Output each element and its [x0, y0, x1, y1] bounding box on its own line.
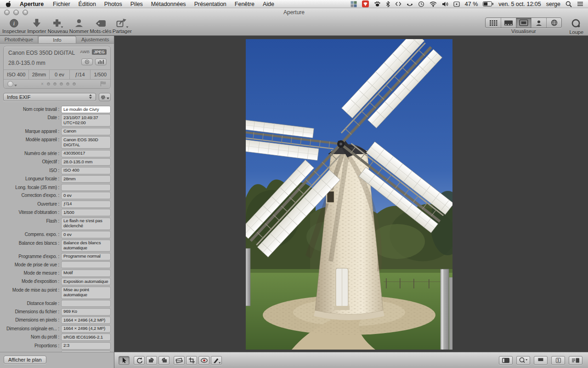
straighten-tool[interactable]: [174, 356, 185, 365]
rating-dot-5[interactable]: [73, 82, 76, 86]
loupe-label: Loupe: [569, 29, 583, 35]
import-button[interactable]: Importer: [26, 17, 47, 34]
metadata-overlay-button[interactable]: [569, 356, 582, 365]
menu-item[interactable]: Piles: [126, 0, 147, 8]
keywords-button[interactable]: Mots-clés: [90, 17, 111, 34]
exif-field-value[interactable]: 0 ev: [61, 231, 111, 238]
focus-points-button[interactable]: [81, 58, 93, 65]
close-button[interactable]: [4, 10, 10, 15]
display-icon[interactable]: [453, 1, 460, 7]
exif-field-value[interactable]: [61, 261, 111, 268]
tab-phototheque[interactable]: Photothèque: [0, 36, 38, 43]
action-gear-button[interactable]: [99, 93, 111, 101]
label-circle-button[interactable]: [7, 81, 13, 87]
exif-field-value[interactable]: 28mm: [61, 175, 111, 183]
segment-faces[interactable]: [531, 18, 546, 28]
new-button[interactable]: Nouveau: [47, 17, 68, 34]
exif-field-value[interactable]: ISO 400: [61, 167, 111, 174]
notification-list-icon[interactable]: [577, 1, 583, 6]
histogram-button[interactable]: [95, 58, 107, 65]
exif-field-value[interactable]: Le moulin de Civry: [61, 106, 111, 113]
primary-only-button[interactable]: 1: [551, 356, 565, 365]
phone-icon[interactable]: [407, 1, 413, 7]
metadata-preset-select[interactable]: Infos EXIF: [3, 93, 96, 101]
photo-windmill[interactable]: [246, 39, 452, 350]
viewer-mode-button[interactable]: [499, 356, 513, 365]
segment-places[interactable]: [546, 18, 561, 28]
rating-dot-3[interactable]: [60, 82, 63, 86]
apple-menu[interactable]: [0, 1, 16, 7]
segment-filmstrip[interactable]: [501, 18, 516, 28]
exif-field-value[interactable]: Canon: [61, 128, 111, 135]
bluetooth-icon[interactable]: [386, 1, 390, 7]
exif-field-value[interactable]: 1/500: [61, 209, 111, 216]
rating-dot-1[interactable]: [47, 82, 50, 86]
exif-field-value[interactable]: Exposition automatique: [61, 278, 111, 285]
flag-filter-button[interactable]: [534, 356, 548, 365]
exif-field-value[interactable]: ƒ/14: [61, 201, 111, 208]
battery-icon[interactable]: [483, 1, 493, 6]
new-label: Nouveau: [48, 29, 68, 34]
camera-stat: ƒ/14: [69, 70, 90, 79]
wifi-icon[interactable]: [430, 1, 437, 7]
rotate-right-tool[interactable]: [158, 356, 170, 365]
exif-field-value[interactable]: Mise au point automatique: [61, 287, 111, 299]
show-map-button[interactable]: Afficher le plan: [4, 356, 46, 364]
exif-field-value[interactable]: [61, 184, 111, 191]
tab-info[interactable]: Info: [38, 36, 77, 43]
exif-field-value[interactable]: Le flash ne s'est pas déclenché: [61, 218, 111, 230]
exif-field-value[interactable]: 1664 × 2496 (4,2 MP): [61, 325, 111, 333]
menu-item[interactable]: Photos: [100, 0, 126, 8]
loupe-control[interactable]: Loupe: [569, 17, 583, 35]
spotlight-search-icon[interactable]: [565, 1, 572, 7]
flag-icon[interactable]: [100, 80, 107, 88]
menu-clock[interactable]: ven. 5 oct. 12:05: [498, 1, 541, 7]
time-machine-icon[interactable]: [418, 1, 424, 7]
minimize-button[interactable]: [13, 10, 19, 15]
tab-ajustements[interactable]: Ajustements: [76, 36, 114, 43]
name-button[interactable]: Nommer: [68, 17, 89, 34]
segment-viewer[interactable]: [516, 18, 531, 28]
segment-browser-grid[interactable]: [486, 18, 501, 28]
rating-dot-4[interactable]: [66, 82, 69, 86]
wifi-diagnostics-icon[interactable]: [362, 0, 369, 7]
exif-field-value[interactable]: sRGB IEC61966-2.1: [61, 334, 111, 341]
rotate-left-tool[interactable]: [146, 356, 157, 365]
volume-icon[interactable]: [442, 1, 448, 7]
exif-field-value[interactable]: 28.0-135.0 mm: [61, 158, 111, 166]
zoom-button[interactable]: [23, 10, 28, 15]
rating-dot-2[interactable]: [53, 82, 57, 86]
rating-clear[interactable]: ×: [41, 81, 44, 86]
exif-field-value[interactable]: Programme normal: [61, 253, 111, 260]
exif-field-value[interactable]: Canon EOS 350D DIGITAL: [61, 136, 111, 149]
menu-item[interactable]: Aide: [259, 0, 278, 8]
selection-tool[interactable]: [119, 356, 130, 365]
share-button[interactable]: Partager: [112, 17, 132, 34]
menu-item[interactable]: Aperture: [16, 0, 49, 8]
exif-field-value[interactable]: 0 ev: [61, 192, 111, 199]
brush-tool[interactable]: [211, 356, 222, 365]
menu-item[interactable]: Métadonnées: [147, 0, 190, 8]
exif-field-value[interactable]: 23/10/07 10:49:37 UTC+02:00: [61, 114, 111, 126]
inspector-button[interactable]: i Inspecteur: [2, 17, 26, 34]
menu-item[interactable]: Édition: [74, 0, 100, 8]
user-menu[interactable]: serge: [546, 1, 560, 7]
rotate-tool[interactable]: [134, 356, 145, 365]
exif-field-value[interactable]: 2:3: [61, 342, 111, 350]
app-mosaic-icon[interactable]: [351, 1, 357, 7]
paw-icon[interactable]: [374, 1, 381, 7]
menu-item[interactable]: Fichier: [49, 0, 74, 8]
exif-field-value[interactable]: 969 Ko: [61, 308, 111, 316]
red-eye-tool[interactable]: [198, 356, 209, 365]
exif-field-value[interactable]: 430350017: [61, 150, 111, 157]
menu-item[interactable]: Fenêtre: [231, 0, 259, 8]
exif-field-value[interactable]: Motif: [61, 270, 111, 277]
menu-item[interactable]: Présentation: [190, 0, 231, 8]
battery-percent[interactable]: 47 %: [465, 1, 478, 7]
crop-tool[interactable]: [186, 356, 197, 365]
loupe-zoom-button[interactable]: [516, 356, 530, 365]
exif-field-value[interactable]: 1664 × 2496 (4,2 MP): [61, 316, 111, 324]
code-brackets-icon[interactable]: [395, 1, 401, 6]
exif-field-value[interactable]: Balance des blancs automatique: [61, 240, 111, 252]
exif-field-value[interactable]: [61, 300, 111, 307]
